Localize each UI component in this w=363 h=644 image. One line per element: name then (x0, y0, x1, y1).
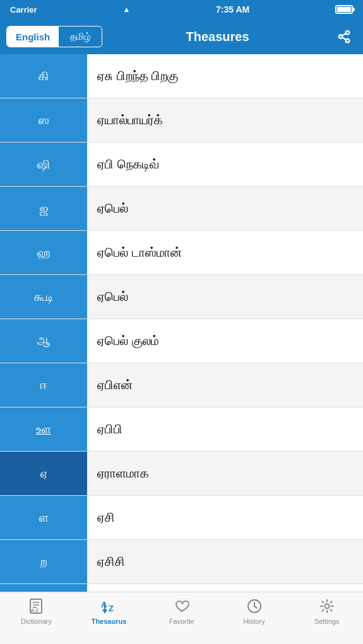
list-value: ஏயால்பாயர்க் (87, 98, 363, 142)
list-item[interactable]: றஏசிசி (0, 540, 363, 584)
list-value: ஏசி (87, 496, 363, 539)
list-value: ஏபி நெகடிவ் (87, 143, 363, 186)
history-icon (245, 597, 264, 615)
tab-thesaurus[interactable]: A Z Thesaurus (73, 597, 145, 625)
list-value: ஏபெல் (87, 187, 363, 230)
list-index: கி (0, 54, 87, 98)
tab-bar: A-Z Dictionary A Z Thesaurus Favorite (0, 592, 363, 644)
tab-thesaurus-label: Thesaurus (92, 618, 127, 625)
svg-text:Z: Z (109, 604, 114, 613)
tab-settings[interactable]: Settings (290, 597, 363, 625)
list-item[interactable]: உளஏபிபி (0, 407, 363, 452)
list-index: உள (0, 407, 87, 451)
settings-icon (318, 597, 336, 615)
tab-settings-label: Settings (314, 618, 340, 625)
svg-line-4 (342, 33, 346, 36)
list-index: ஹ (0, 231, 87, 274)
list-index: கூடி (0, 275, 87, 319)
content-area: கிஏசு பிறந்த பிறகுஸஏயால்பாயர்க்ஷிஏபி நெக… (0, 54, 363, 628)
svg-line-3 (342, 37, 346, 40)
list-index: ஆ (0, 319, 87, 363)
list-item[interactable]: ஹஏபெல் டாஸ்மான் (0, 231, 363, 275)
list-value: ஏபெல் (87, 275, 363, 319)
language-toggle[interactable]: English தமிழ் (6, 26, 102, 47)
list-value: ஏபெல் குலம் (87, 319, 363, 363)
list-item[interactable]: ஏஏராளமாக (0, 452, 363, 496)
list-item[interactable]: ஸஏயால்பாயர்க் (0, 98, 363, 143)
list-index: ஸ (0, 98, 87, 142)
list-index: ஷி (0, 143, 87, 186)
tab-dictionary-label: Dictionary (21, 618, 52, 625)
list-value: ஏபெல் டாஸ்மான் (87, 231, 363, 274)
tab-history-label: History (243, 618, 265, 625)
page-title: Theasures (102, 30, 333, 44)
list-value: ஏராளமாக (87, 452, 363, 495)
list-item[interactable]: ஜஏபெல் (0, 187, 363, 231)
english-lang-button[interactable]: English (7, 26, 59, 47)
word-list: கிஏசு பிறந்த பிறகுஸஏயால்பாயர்க்ஷிஏபி நெக… (0, 54, 363, 628)
list-value: ஏபிஎன் (87, 363, 363, 407)
thesaurus-icon: A Z (100, 597, 119, 615)
list-index: ற (0, 540, 87, 583)
list-index: ஏ (0, 452, 87, 495)
favorite-icon (172, 597, 191, 615)
tab-dictionary[interactable]: A-Z Dictionary (0, 597, 73, 625)
list-index: ள (0, 496, 87, 539)
share-icon (337, 30, 351, 44)
status-bar: Carrier ▲ 7:35 AM (0, 0, 363, 19)
share-button[interactable] (333, 30, 355, 44)
time-label: 7:35 AM (216, 4, 249, 15)
list-item[interactable]: ஷிஏபி நெகடிவ் (0, 143, 363, 187)
list-index: ஈ (0, 363, 87, 407)
list-item[interactable]: ளஏசி (0, 496, 363, 540)
list-item[interactable]: கிஏசு பிறந்த பிறகு (0, 54, 363, 98)
list-value: ஏசிசி (87, 540, 363, 583)
svg-point-14 (324, 604, 329, 609)
tab-favorite-label: Favorite (169, 618, 194, 625)
list-item[interactable]: ஈஏபிஎன் (0, 363, 363, 407)
battery-icon (335, 5, 353, 14)
wifi-icon: ▲ (122, 5, 130, 14)
tab-favorite[interactable]: Favorite (145, 597, 218, 625)
carrier-label: Carrier (10, 5, 37, 15)
list-item[interactable]: கூடிஏபெல் (0, 275, 363, 319)
app-header: English தமிழ் Theasures (0, 19, 363, 54)
list-item[interactable]: ஆஏபெல் குலம் (0, 319, 363, 363)
dictionary-icon: A-Z (27, 597, 46, 615)
svg-text:A-Z: A-Z (31, 608, 39, 612)
list-value: ஏபிபி (87, 407, 363, 451)
tamil-lang-button[interactable]: தமிழ் (59, 26, 102, 47)
tab-history[interactable]: History (218, 597, 290, 625)
list-index: ஜ (0, 187, 87, 230)
list-value: ஏசு பிறந்த பிறகு (87, 54, 363, 98)
